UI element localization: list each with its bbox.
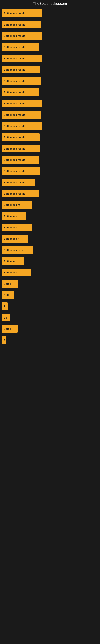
bar-row: Bottleneck result [2,10,98,17]
bar-row: Bottle [2,325,98,333]
bar-row: Bottleneck result [2,178,98,186]
bar-label: Bottleneck result [3,124,25,128]
bar-label: Bottleneck result [3,12,25,15]
bottleneck-bar: B [2,336,6,344]
bar-label: Bottleneck re [3,204,20,206]
vertical-line-2 [2,404,2,416]
bar-label: Bottlenec [3,260,15,263]
bar-row: Bottleneck result [2,100,98,107]
bottleneck-bar: Bottleneck result [2,167,40,175]
bottleneck-bar: Bottleneck [2,212,26,220]
bar-row: Bottleneck n [2,235,98,242]
bar-label: Bottleneck result [3,113,25,116]
bar-row: Bottleneck re [2,224,98,231]
bottleneck-bar: Bottleneck result [2,145,40,152]
bar-row: Bottleneck result [2,156,98,164]
bar-row: Bottleneck result [2,134,98,141]
bar-row: Bottlenec [2,258,98,265]
bottleneck-bar: Bo [2,314,10,322]
bar-row: Bottleneck result [2,145,98,152]
bar-label: Bo [3,316,7,319]
bottleneck-bar: Bottleneck result [2,43,39,51]
bar-label: Bottleneck result [3,91,25,94]
bottleneck-bar: Bottlenec [2,258,24,265]
bottleneck-bar: Bottleneck result [2,111,41,118]
bar-row: Bottleneck result [2,54,98,62]
bar-label: Bottleneck result [3,102,25,105]
bottleneck-bar: Bott [2,291,14,299]
vertical-line [2,372,2,388]
bar-row: Bottleneck result [2,21,98,28]
bar-label: Bottleneck re [3,271,20,274]
bottleneck-bar: Bottleneck result [2,156,39,164]
bar-label: Bottleneck result [3,23,25,26]
bar-label: Bottleneck result [3,46,25,49]
bar-label: Bottleneck result [3,136,25,139]
bottleneck-bar: Bottleneck re [2,269,31,276]
bar-row: Bottleneck result [2,122,98,130]
bar-row: Bottleneck re [2,201,98,209]
bar-label: B [3,339,5,342]
bar-label: Bottleneck n [3,237,19,240]
bottleneck-bar: Bottleneck re [2,224,32,231]
bar-row: Bottleneck [2,212,98,220]
bar-label: Bottleneck result [3,170,25,173]
bars-container: Bottleneck resultBottleneck resultBottle… [0,10,100,344]
bar-label: Bottleneck [3,215,17,218]
bottleneck-bar: Bottle [2,325,18,333]
bar-row: Bottleneck result [2,88,98,96]
bar-label: Bottleneck result [3,181,25,184]
bar-label: Bottleneck re [3,226,20,229]
bar-row: Bottleneck result [2,66,98,74]
bottleneck-bar: B [2,302,8,310]
bar-row: Bottleneck result [2,190,98,198]
bar-row: Bottleneck result [2,111,98,118]
bottleneck-bar: Bottleneck re [2,201,32,209]
bar-label: Bott [3,294,9,297]
bottleneck-bar: Bottleneck result [2,100,42,107]
bottleneck-bar: Bottleneck result [2,122,42,130]
bar-row: Bottleneck result [2,167,98,175]
bar-row: Bottle [2,280,98,288]
bar-row: B [2,302,98,310]
bar-row: Bottleneck resu [2,246,98,254]
bar-label: Bottleneck result [3,34,25,38]
bar-label: Bottleneck result [3,57,25,60]
bar-row: B [2,336,98,344]
bar-row: Bottleneck result [2,32,98,40]
bottleneck-bar: Bottleneck resu [2,246,33,254]
bottleneck-bar: Bottleneck result [2,77,41,85]
bottleneck-bar: Bottleneck result [2,32,42,40]
bar-row: Bottleneck re [2,269,98,276]
bar-label: Bottleneck result [3,192,25,195]
bottleneck-bar: Bottleneck result [2,88,39,96]
bottleneck-bar: Bottleneck result [2,134,40,141]
bar-label: Bottleneck result [3,147,25,150]
bar-row: Bottleneck result [2,43,98,51]
bar-label: Bottleneck result [3,80,25,82]
bar-row: Bottleneck result [2,77,98,85]
bottleneck-bar: Bottle [2,280,18,288]
bar-label: Bottleneck result [3,68,25,71]
bar-label: Bottle [3,328,11,330]
bar-label: Bottleneck resu [3,248,23,252]
bar-row: Bott [2,291,98,299]
bottleneck-bar: Bottleneck result [2,54,42,62]
bottleneck-bar: Bottleneck result [2,10,42,17]
bottleneck-bar: Bottleneck result [2,66,40,74]
bottleneck-bar: Bottleneck result [2,21,41,28]
bar-row: Bo [2,314,98,322]
bottleneck-bar: Bottleneck result [2,178,35,186]
bar-label: Bottleneck result [3,158,25,162]
bar-label: B [3,305,5,308]
site-title: TheBottlenecker.com [0,0,100,8]
bottleneck-bar: Bottleneck n [2,235,28,242]
bar-label: Bottle [3,282,11,285]
bottleneck-bar: Bottleneck result [2,190,39,198]
